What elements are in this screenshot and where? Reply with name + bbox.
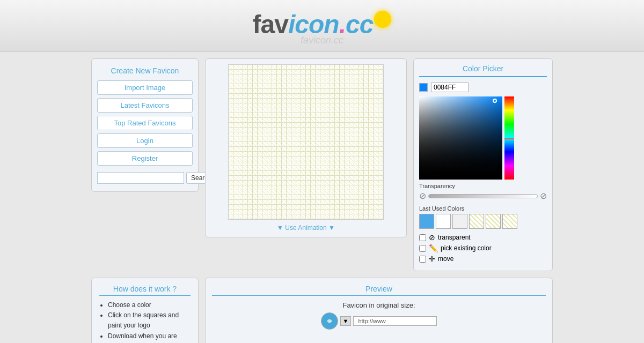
move-checkbox[interactable] (419, 256, 426, 263)
pixel-cell[interactable] (282, 137, 287, 142)
pixel-cell[interactable] (243, 200, 248, 205)
pixel-cell[interactable] (248, 103, 253, 108)
pixel-cell[interactable] (330, 132, 335, 137)
pixel-cell[interactable] (345, 205, 349, 210)
pixel-cell[interactable] (258, 142, 262, 147)
pixel-cell[interactable] (311, 103, 316, 108)
pixel-cell[interactable] (349, 156, 354, 161)
pixel-cell[interactable] (287, 103, 291, 108)
pixel-cell[interactable] (253, 176, 258, 181)
pixel-cell[interactable] (316, 84, 320, 89)
pixel-cell[interactable] (306, 161, 311, 166)
pixel-cell[interactable] (253, 89, 258, 94)
pixel-cell[interactable] (354, 70, 359, 74)
pixel-cell[interactable] (262, 181, 267, 185)
pixel-cell[interactable] (378, 214, 383, 219)
pixel-cell[interactable] (253, 156, 258, 161)
pixel-cell[interactable] (374, 195, 378, 200)
pixel-cell[interactable] (335, 94, 340, 99)
pixel-cell[interactable] (296, 108, 301, 113)
pixel-cell[interactable] (340, 108, 345, 113)
pixel-cell[interactable] (320, 94, 325, 99)
pixel-cell[interactable] (243, 176, 248, 181)
pixel-cell[interactable] (369, 137, 374, 142)
pixel-cell[interactable] (349, 185, 354, 190)
pixel-cell[interactable] (262, 84, 267, 89)
pixel-cell[interactable] (253, 181, 258, 185)
pixel-cell[interactable] (287, 118, 291, 123)
pixel-cell[interactable] (306, 94, 311, 99)
pixel-cell[interactable] (277, 70, 282, 74)
pixel-cell[interactable] (369, 190, 374, 195)
pixel-cell[interactable] (243, 108, 248, 113)
pixel-cell[interactable] (330, 113, 335, 118)
pixel-cell[interactable] (233, 132, 238, 137)
pixel-cell[interactable] (359, 200, 364, 205)
pixel-cell[interactable] (335, 152, 340, 156)
import-image-button[interactable]: Import Image (97, 80, 193, 95)
pixel-cell[interactable] (335, 84, 340, 89)
pixel-cell[interactable] (277, 161, 282, 166)
pixel-cell[interactable] (272, 176, 277, 181)
pixel-cell[interactable] (272, 113, 277, 118)
pixel-cell[interactable] (248, 108, 253, 113)
pixel-cell[interactable] (364, 65, 369, 70)
pixel-cell[interactable] (316, 128, 320, 132)
pixel-cell[interactable] (359, 132, 364, 137)
pixel-cell[interactable] (238, 205, 243, 210)
pixel-cell[interactable] (374, 147, 378, 152)
last-color-3[interactable] (452, 214, 467, 229)
pixel-cell[interactable] (296, 99, 301, 103)
pixel-cell[interactable] (301, 142, 306, 147)
pixel-cell[interactable] (320, 74, 325, 79)
top-rated-button[interactable]: Top Rated Favicons (97, 116, 193, 130)
pixel-cell[interactable] (359, 103, 364, 108)
pixel-cell[interactable] (320, 142, 325, 147)
pixel-cell[interactable] (340, 113, 345, 118)
pixel-cell[interactable] (243, 214, 248, 219)
pixel-cell[interactable] (335, 142, 340, 147)
pixel-cell[interactable] (359, 137, 364, 142)
pixel-cell[interactable] (296, 176, 301, 181)
pixel-cell[interactable] (262, 147, 267, 152)
pixel-cell[interactable] (374, 142, 378, 147)
pixel-cell[interactable] (253, 65, 258, 70)
pixel-cell[interactable] (229, 94, 233, 99)
pixel-cell[interactable] (248, 200, 253, 205)
pixel-cell[interactable] (316, 113, 320, 118)
pixel-cell[interactable] (296, 185, 301, 190)
pixel-cell[interactable] (233, 79, 238, 84)
browser-back-button[interactable]: ▼ (340, 316, 352, 326)
pixel-cell[interactable] (267, 200, 272, 205)
pixel-cell[interactable] (378, 132, 383, 137)
pixel-cell[interactable] (340, 84, 345, 89)
pixel-cell[interactable] (296, 210, 301, 214)
pixel-cell[interactable] (258, 103, 262, 108)
pixel-cell[interactable] (229, 152, 233, 156)
pixel-cell[interactable] (374, 190, 378, 195)
pixel-cell[interactable] (258, 118, 262, 123)
last-color-6[interactable] (502, 214, 517, 229)
pixel-cell[interactable] (282, 181, 287, 185)
pixel-cell[interactable] (378, 123, 383, 128)
pixel-cell[interactable] (282, 214, 287, 219)
pixel-cell[interactable] (291, 142, 296, 147)
pixel-cell[interactable] (272, 152, 277, 156)
pixel-cell[interactable] (369, 74, 374, 79)
pixel-cell[interactable] (287, 128, 291, 132)
pixel-cell[interactable] (238, 176, 243, 181)
pixel-cell[interactable] (243, 132, 248, 137)
pixel-cell[interactable] (272, 118, 277, 123)
pixel-cell[interactable] (306, 123, 311, 128)
pixel-cell[interactable] (335, 123, 340, 128)
pixel-cell[interactable] (277, 65, 282, 70)
pixel-cell[interactable] (349, 94, 354, 99)
pixel-cell[interactable] (233, 190, 238, 195)
pixel-cell[interactable] (233, 214, 238, 219)
pixel-cell[interactable] (340, 214, 345, 219)
pixel-cell[interactable] (369, 123, 374, 128)
pixel-cell[interactable] (316, 123, 320, 128)
pixel-cell[interactable] (291, 132, 296, 137)
pixel-cell[interactable] (277, 181, 282, 185)
pixel-cell[interactable] (340, 123, 345, 128)
